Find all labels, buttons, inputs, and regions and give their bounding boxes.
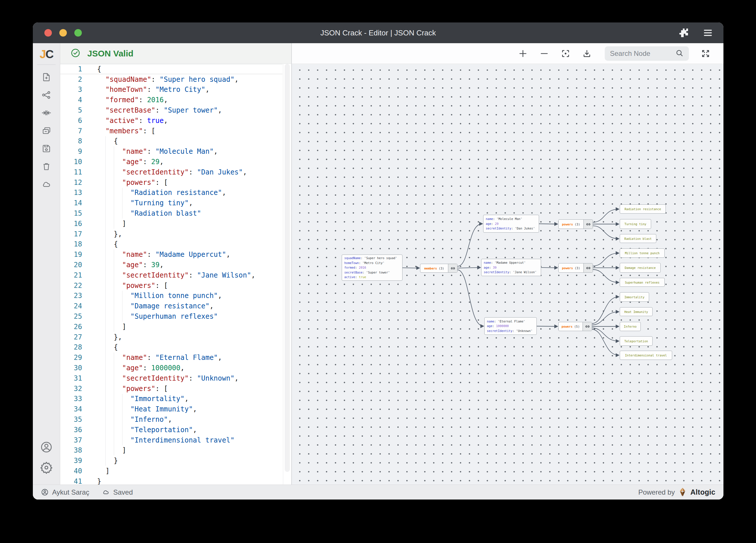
line-number: 20 bbox=[60, 261, 82, 269]
account-icon[interactable] bbox=[40, 441, 53, 453]
cloud-icon[interactable] bbox=[41, 179, 51, 189]
close-window-button[interactable] bbox=[44, 29, 52, 37]
powered-by[interactable]: Powered by Altogic bbox=[638, 487, 715, 497]
line-number: 23 bbox=[60, 291, 82, 300]
line-number: 1 bbox=[60, 65, 82, 73]
graph-node-power-2-4[interactable]: Interdimensional travel bbox=[620, 351, 672, 360]
graph-node-member-0[interactable]: name: "Molecule Man"age: 29secretIdentit… bbox=[483, 215, 539, 233]
jsoncrack-logo[interactable]: JC bbox=[39, 48, 53, 60]
menu-hamburger-icon[interactable] bbox=[703, 28, 713, 38]
zoom-out-button[interactable] bbox=[540, 49, 549, 58]
graph-node-powers-2[interactable]: powers(5) bbox=[558, 322, 592, 331]
editor-line: 37 "Interdimensional travel" bbox=[60, 435, 291, 445]
line-number: 24 bbox=[60, 302, 82, 310]
share-graph-icon[interactable] bbox=[41, 90, 51, 100]
editor-line: 35 "Inferno", bbox=[60, 414, 291, 425]
json-valid-status: JSON Valid bbox=[87, 49, 133, 58]
graph-node-power-1-1[interactable]: Damage resistance bbox=[620, 263, 661, 272]
graph-node-member-2[interactable]: name: "Eternal Flame"age: 1000000secretI… bbox=[484, 317, 537, 335]
traffic-lights bbox=[44, 29, 82, 37]
json-code-editor[interactable]: 1{2 "squadName": "Super hero squad",3 "h… bbox=[60, 64, 291, 485]
collapse-link-icon[interactable] bbox=[583, 220, 593, 229]
delete-trash-icon[interactable] bbox=[41, 162, 51, 171]
editor-line: 1{ bbox=[60, 64, 291, 74]
line-number: 13 bbox=[60, 189, 82, 197]
username: Aykut Saraç bbox=[52, 488, 89, 496]
graph-node-powers-1[interactable]: powers(3) bbox=[558, 263, 593, 272]
line-number: 9 bbox=[60, 148, 82, 156]
sidebar: JC bbox=[33, 43, 60, 485]
new-file-icon[interactable] bbox=[41, 72, 51, 82]
editor-line: 8 { bbox=[60, 136, 291, 147]
graph-node-power-0-1[interactable]: Turning tiny bbox=[620, 219, 651, 229]
graph-node-root[interactable]: squadName: "Super hero squad"homeTown: "… bbox=[342, 255, 402, 281]
editor-line: 2 "squadName": "Super hero squad", bbox=[60, 74, 291, 85]
editor-line: 6 "active": true, bbox=[60, 116, 291, 126]
graph-canvas[interactable]: squadName: "Super hero squad"homeTown: "… bbox=[292, 64, 723, 485]
line-number: 16 bbox=[60, 220, 82, 228]
editor-scrollbar[interactable] bbox=[283, 64, 291, 485]
titlebar: JSON Crack - Editor | JSON Crack bbox=[33, 22, 723, 43]
editor-line: 15 "Radiation blast" bbox=[60, 208, 291, 219]
graph-node-power-0-2[interactable]: Radiation blast bbox=[620, 234, 656, 243]
center-view-button[interactable] bbox=[561, 49, 570, 58]
editor-line: 12 "powers": [ bbox=[60, 177, 291, 188]
graph-node-power-1-0[interactable]: Million tonne punch bbox=[620, 249, 665, 258]
settings-gear-icon[interactable] bbox=[40, 461, 53, 474]
zoom-in-button[interactable] bbox=[518, 49, 528, 58]
extension-puzzle-icon[interactable] bbox=[678, 28, 689, 38]
editor-line: 22 "powers": [ bbox=[60, 280, 291, 291]
graph-node-power-1-2[interactable]: Superhuman reflexes bbox=[620, 278, 665, 287]
indent-guide bbox=[105, 136, 106, 466]
fullscreen-button[interactable] bbox=[701, 49, 710, 58]
line-number: 18 bbox=[60, 240, 82, 248]
graph-node-members[interactable]: members(3) bbox=[420, 264, 458, 272]
editor-line: 34 "Heat Immunity", bbox=[60, 404, 291, 414]
collapse-link-icon[interactable] bbox=[583, 322, 592, 331]
graph-node-power-2-1[interactable]: Heat Immunity bbox=[620, 307, 653, 316]
indent-guide bbox=[114, 146, 114, 229]
altogic-logo-icon bbox=[678, 487, 687, 497]
download-image-button[interactable] bbox=[582, 49, 591, 58]
graph-node-power-2-0[interactable]: Immortality bbox=[620, 292, 649, 302]
editor-line: 38 ] bbox=[60, 445, 291, 455]
editor-line: 5 "secretBase": "Super tower", bbox=[60, 105, 291, 116]
minimize-window-button[interactable] bbox=[59, 29, 67, 37]
editor-line: 19 "name": "Madame Uppercut", bbox=[60, 249, 291, 260]
altogic-brand: Altogic bbox=[690, 488, 715, 496]
indent-guide bbox=[122, 394, 122, 445]
statusbar: Aykut Saraç Saved Powered by Altogic bbox=[33, 485, 723, 499]
graph-node-power-2-2[interactable]: Inferno bbox=[620, 322, 641, 331]
editor-line: 21 "secretIdentity": "Jane Wilson", bbox=[60, 270, 291, 280]
editor-line: 4 "formed": 2016, bbox=[60, 95, 291, 105]
graph-node-power-2-3[interactable]: Teleportation bbox=[620, 336, 653, 346]
editor-line: 36 "Teleportation", bbox=[60, 425, 291, 435]
editor-line: 33 "Immortality", bbox=[60, 394, 291, 404]
line-number: 36 bbox=[60, 426, 82, 434]
collapse-nodes-icon[interactable] bbox=[41, 108, 51, 118]
editor-status-header: JSON Valid bbox=[60, 43, 291, 64]
graph-node-power-0-0[interactable]: Radiation resistance bbox=[620, 205, 666, 214]
account-status[interactable]: Aykut Saraç bbox=[41, 488, 89, 496]
editor-line: 41} bbox=[60, 476, 291, 485]
editor-pane: JSON Valid 1{2 "squadName": "Super hero … bbox=[60, 43, 291, 485]
editor-line: 18 { bbox=[60, 239, 291, 250]
editor-line: 14 "Turning tiny", bbox=[60, 198, 291, 208]
search-node-box[interactable] bbox=[605, 46, 689, 61]
line-number: 32 bbox=[60, 385, 82, 393]
save-icon[interactable] bbox=[41, 144, 51, 154]
line-number: 34 bbox=[60, 405, 82, 413]
zoom-window-button[interactable] bbox=[74, 29, 82, 37]
line-number: 25 bbox=[60, 312, 82, 320]
indent-guide bbox=[122, 291, 122, 321]
graph-node-powers-0[interactable]: powers(3) bbox=[558, 220, 593, 229]
editor-line: 9 "name": "Molecule Man", bbox=[60, 146, 291, 157]
search-node-input[interactable] bbox=[610, 50, 675, 58]
copy-icon[interactable] bbox=[41, 126, 51, 136]
search-icon[interactable] bbox=[675, 49, 684, 58]
collapse-link-icon[interactable] bbox=[583, 264, 593, 272]
collapse-link-icon[interactable] bbox=[448, 264, 457, 272]
line-number: 37 bbox=[60, 436, 82, 444]
line-number: 19 bbox=[60, 251, 82, 259]
graph-node-member-1[interactable]: name: "Madame Uppercut"age: 39secretIden… bbox=[481, 259, 541, 276]
